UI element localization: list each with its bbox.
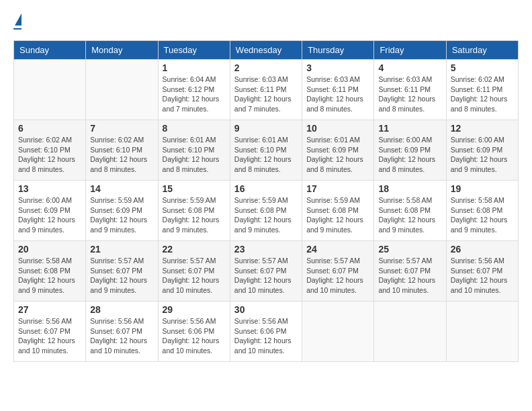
- day-number: 21: [90, 244, 153, 255]
- day-number: 9: [234, 123, 298, 134]
- day-info: Sunrise: 5:56 AM Sunset: 6:07 PM Dayligh…: [18, 316, 81, 356]
- day-info: Sunrise: 6:01 AM Sunset: 6:10 PM Dayligh…: [163, 135, 226, 175]
- calendar-day-header: Friday: [374, 41, 446, 60]
- calendar-day-header: Tuesday: [158, 41, 230, 60]
- day-number: 24: [306, 244, 369, 255]
- day-info: Sunrise: 6:01 AM Sunset: 6:09 PM Dayligh…: [306, 135, 369, 175]
- day-info: Sunrise: 6:03 AM Sunset: 6:11 PM Dayligh…: [306, 75, 369, 114]
- day-info: Sunrise: 6:03 AM Sunset: 6:11 PM Dayligh…: [234, 75, 298, 114]
- day-number: 7: [90, 123, 153, 134]
- calendar-cell: 27Sunrise: 5:56 AM Sunset: 6:07 PM Dayli…: [14, 302, 86, 362]
- day-number: 10: [306, 123, 369, 134]
- calendar-cell: 28Sunrise: 5:56 AM Sunset: 6:07 PM Dayli…: [86, 302, 158, 362]
- day-info: Sunrise: 6:00 AM Sunset: 6:09 PM Dayligh…: [18, 195, 81, 235]
- day-number: 2: [234, 62, 298, 73]
- day-number: 15: [163, 183, 226, 194]
- day-number: 3: [306, 62, 369, 73]
- calendar-cell: 6Sunrise: 6:02 AM Sunset: 6:10 PM Daylig…: [14, 120, 86, 181]
- day-info: Sunrise: 5:58 AM Sunset: 6:08 PM Dayligh…: [18, 256, 81, 295]
- calendar-week-row: 13Sunrise: 6:00 AM Sunset: 6:09 PM Dayli…: [14, 181, 519, 241]
- day-info: Sunrise: 5:57 AM Sunset: 6:07 PM Dayligh…: [234, 256, 298, 295]
- calendar-header-row: SundayMondayTuesdayWednesdayThursdayFrid…: [14, 41, 519, 60]
- day-info: Sunrise: 5:57 AM Sunset: 6:07 PM Dayligh…: [378, 256, 441, 295]
- calendar-week-row: 27Sunrise: 5:56 AM Sunset: 6:07 PM Dayli…: [14, 302, 519, 362]
- calendar-cell: 18Sunrise: 5:58 AM Sunset: 6:08 PM Dayli…: [374, 181, 446, 241]
- day-info: Sunrise: 6:02 AM Sunset: 6:10 PM Dayligh…: [90, 135, 153, 175]
- day-number: 23: [234, 244, 298, 255]
- calendar-cell: 25Sunrise: 5:57 AM Sunset: 6:07 PM Dayli…: [374, 241, 446, 302]
- calendar-cell: 19Sunrise: 5:58 AM Sunset: 6:08 PM Dayli…: [446, 181, 518, 241]
- calendar-cell: 17Sunrise: 5:59 AM Sunset: 6:08 PM Dayli…: [302, 181, 374, 241]
- day-number: 29: [163, 304, 226, 315]
- day-info: Sunrise: 6:01 AM Sunset: 6:10 PM Dayligh…: [234, 135, 298, 175]
- day-number: 13: [18, 183, 81, 194]
- calendar-cell: 10Sunrise: 6:01 AM Sunset: 6:09 PM Dayli…: [302, 120, 374, 181]
- calendar-cell: 24Sunrise: 5:57 AM Sunset: 6:07 PM Dayli…: [302, 241, 374, 302]
- day-info: Sunrise: 6:00 AM Sunset: 6:09 PM Dayligh…: [451, 135, 514, 175]
- day-info: Sunrise: 5:56 AM Sunset: 6:07 PM Dayligh…: [451, 256, 514, 295]
- day-info: Sunrise: 5:56 AM Sunset: 6:07 PM Dayligh…: [90, 316, 153, 356]
- day-number: 11: [378, 123, 441, 134]
- day-number: 27: [18, 304, 81, 315]
- day-number: 4: [378, 62, 441, 73]
- calendar-cell: [14, 60, 86, 120]
- day-info: Sunrise: 5:58 AM Sunset: 6:08 PM Dayligh…: [378, 195, 441, 235]
- calendar-cell: 9Sunrise: 6:01 AM Sunset: 6:10 PM Daylig…: [230, 120, 302, 181]
- calendar-cell: 8Sunrise: 6:01 AM Sunset: 6:10 PM Daylig…: [158, 120, 230, 181]
- day-info: Sunrise: 5:57 AM Sunset: 6:07 PM Dayligh…: [90, 256, 153, 295]
- calendar-cell: 4Sunrise: 6:03 AM Sunset: 6:11 PM Daylig…: [374, 60, 446, 120]
- day-info: Sunrise: 6:02 AM Sunset: 6:10 PM Dayligh…: [18, 135, 81, 175]
- day-number: 6: [18, 123, 81, 134]
- calendar-cell: 14Sunrise: 5:59 AM Sunset: 6:09 PM Dayli…: [86, 181, 158, 241]
- day-number: 18: [378, 183, 441, 194]
- day-number: 25: [378, 244, 441, 255]
- calendar-table: SundayMondayTuesdayWednesdayThursdayFrid…: [13, 40, 519, 362]
- calendar-day-header: Sunday: [14, 41, 86, 60]
- calendar-week-row: 6Sunrise: 6:02 AM Sunset: 6:10 PM Daylig…: [14, 120, 519, 181]
- calendar-cell: 13Sunrise: 6:00 AM Sunset: 6:09 PM Dayli…: [14, 181, 86, 241]
- day-info: Sunrise: 5:59 AM Sunset: 6:08 PM Dayligh…: [306, 195, 369, 235]
- day-number: 8: [163, 123, 226, 134]
- day-number: 28: [90, 304, 153, 315]
- day-number: 26: [451, 244, 514, 255]
- day-info: Sunrise: 6:03 AM Sunset: 6:11 PM Dayligh…: [378, 75, 441, 114]
- calendar-cell: 21Sunrise: 5:57 AM Sunset: 6:07 PM Dayli…: [86, 241, 158, 302]
- day-number: 17: [306, 183, 369, 194]
- day-info: Sunrise: 5:57 AM Sunset: 6:07 PM Dayligh…: [306, 256, 369, 295]
- calendar-cell: 11Sunrise: 6:00 AM Sunset: 6:09 PM Dayli…: [374, 120, 446, 181]
- calendar-cell: 20Sunrise: 5:58 AM Sunset: 6:08 PM Dayli…: [14, 241, 86, 302]
- calendar-cell: 7Sunrise: 6:02 AM Sunset: 6:10 PM Daylig…: [86, 120, 158, 181]
- day-info: Sunrise: 6:04 AM Sunset: 6:12 PM Dayligh…: [163, 75, 226, 114]
- logo: [13, 13, 21, 30]
- day-info: Sunrise: 5:59 AM Sunset: 6:09 PM Dayligh…: [90, 195, 153, 235]
- day-number: 5: [451, 62, 514, 73]
- day-info: Sunrise: 5:59 AM Sunset: 6:08 PM Dayligh…: [163, 195, 226, 235]
- calendar-cell: 2Sunrise: 6:03 AM Sunset: 6:11 PM Daylig…: [230, 60, 302, 120]
- calendar-day-header: Saturday: [446, 41, 518, 60]
- day-info: Sunrise: 5:56 AM Sunset: 6:06 PM Dayligh…: [163, 316, 226, 356]
- logo-underline: [13, 28, 21, 30]
- calendar-cell: [86, 60, 158, 120]
- day-number: 14: [90, 183, 153, 194]
- calendar-day-header: Wednesday: [230, 41, 302, 60]
- calendar-day-header: Monday: [86, 41, 158, 60]
- calendar-cell: [374, 302, 446, 362]
- day-number: 30: [234, 304, 298, 315]
- calendar-cell: 1Sunrise: 6:04 AM Sunset: 6:12 PM Daylig…: [158, 60, 230, 120]
- calendar-cell: [446, 302, 518, 362]
- calendar-cell: 3Sunrise: 6:03 AM Sunset: 6:11 PM Daylig…: [302, 60, 374, 120]
- calendar-cell: [302, 302, 374, 362]
- day-info: Sunrise: 5:58 AM Sunset: 6:08 PM Dayligh…: [451, 195, 514, 235]
- day-info: Sunrise: 5:59 AM Sunset: 6:08 PM Dayligh…: [234, 195, 298, 235]
- day-info: Sunrise: 5:57 AM Sunset: 6:07 PM Dayligh…: [163, 256, 226, 295]
- calendar-cell: 12Sunrise: 6:00 AM Sunset: 6:09 PM Dayli…: [446, 120, 518, 181]
- calendar-cell: 5Sunrise: 6:02 AM Sunset: 6:11 PM Daylig…: [446, 60, 518, 120]
- logo-triangle-icon: [15, 13, 21, 26]
- day-number: 1: [163, 62, 226, 73]
- day-number: 12: [451, 123, 514, 134]
- day-info: Sunrise: 6:00 AM Sunset: 6:09 PM Dayligh…: [378, 135, 441, 175]
- calendar-cell: 30Sunrise: 5:56 AM Sunset: 6:06 PM Dayli…: [230, 302, 302, 362]
- day-info: Sunrise: 5:56 AM Sunset: 6:06 PM Dayligh…: [234, 316, 298, 356]
- calendar-week-row: 1Sunrise: 6:04 AM Sunset: 6:12 PM Daylig…: [14, 60, 519, 120]
- day-number: 16: [234, 183, 298, 194]
